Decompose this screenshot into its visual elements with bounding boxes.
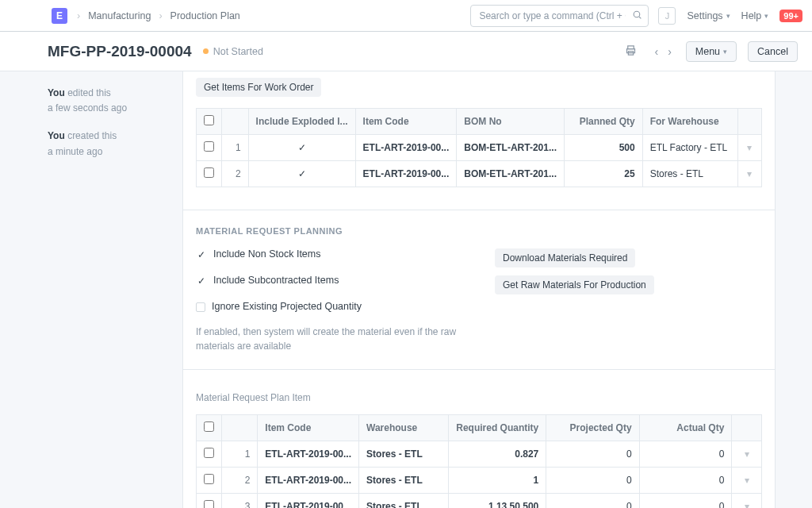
- col-required-qty[interactable]: Required Quantity: [449, 414, 546, 441]
- projected-qty-cell[interactable]: 0: [546, 441, 639, 467]
- planned-qty-cell[interactable]: 500: [564, 135, 642, 161]
- bom-no-cell[interactable]: BOM-ETL-ART-201...: [457, 161, 565, 187]
- timeline-entry: You created this a minute ago: [48, 129, 173, 159]
- item-code-cell[interactable]: ETL-ART-2019-00...: [258, 441, 359, 467]
- warehouse-cell[interactable]: Stores - ETL: [642, 161, 737, 187]
- col-planned-qty[interactable]: Planned Qty: [564, 109, 642, 135]
- chevron-right-icon: ›: [159, 10, 162, 21]
- row-checkbox[interactable]: [204, 474, 214, 484]
- required-qty-cell[interactable]: 1,13,50,500: [449, 493, 546, 508]
- item-code-cell[interactable]: ETL-ART-2019-00...: [355, 161, 457, 187]
- row-checkbox[interactable]: [204, 141, 214, 152]
- row-menu-icon[interactable]: ▾: [732, 441, 762, 467]
- svg-point-0: [634, 11, 641, 17]
- caret-down-icon: ▾: [723, 48, 727, 56]
- row-index: 2: [222, 161, 249, 187]
- caret-down-icon: ▾: [726, 12, 730, 20]
- work-order-items-table: Include Exploded I... Item Code BOM No P…: [196, 108, 762, 187]
- next-icon[interactable]: ›: [665, 42, 675, 61]
- settings-menu[interactable]: Settings▾: [687, 10, 730, 21]
- table-row[interactable]: 1ETL-ART-2019-00...Stores - ETL0.82700▾: [197, 441, 762, 467]
- warehouse-cell[interactable]: Stores - ETL: [359, 441, 449, 467]
- get-raw-materials-button[interactable]: Get Raw Materials For Production: [495, 275, 654, 294]
- col-bom-no[interactable]: BOM No: [457, 109, 565, 135]
- select-all-checkbox[interactable]: [204, 421, 214, 432]
- menu-button[interactable]: Menu▾: [686, 41, 737, 62]
- include-exploded-cell[interactable]: ✓: [248, 161, 355, 187]
- select-all-checkbox[interactable]: [204, 115, 214, 125]
- material-request-plan-item-heading: Material Request Plan Item: [196, 392, 762, 403]
- opt-ignore-projected-qty[interactable]: Ignore Existing Projected Quantity: [196, 301, 463, 312]
- chevron-right-icon: ›: [77, 10, 80, 21]
- get-items-button[interactable]: Get Items For Work Order: [196, 78, 321, 97]
- form-main: Get Items For Work Order Include Explode…: [182, 71, 776, 508]
- material-request-planning-section: MATERIAL REQUEST PLANNING ✓ Include Non …: [183, 210, 775, 370]
- table-row[interactable]: 2ETL-ART-2019-00...Stores - ETL100▾: [197, 467, 762, 493]
- row-menu-icon[interactable]: ▾: [732, 467, 762, 493]
- page-title: MFG-PP-2019-00004: [48, 43, 192, 60]
- row-index: 2: [222, 467, 258, 493]
- table-row[interactable]: 1✓ETL-ART-2019-00...BOM-ETL-ART-201...50…: [197, 135, 762, 161]
- help-menu[interactable]: Help▾: [741, 10, 769, 21]
- item-code-cell[interactable]: ETL-ART-2019-00...: [258, 493, 359, 508]
- col-include-exploded[interactable]: Include Exploded I...: [248, 109, 355, 135]
- warehouse-cell[interactable]: ETL Factory - ETL: [642, 135, 737, 161]
- row-menu-icon[interactable]: ▾: [732, 493, 762, 508]
- crumb-production-plan[interactable]: Production Plan: [170, 10, 240, 21]
- checkbox-empty-icon: [196, 302, 205, 312]
- row-checkbox[interactable]: [204, 500, 214, 508]
- bom-no-cell[interactable]: BOM-ETL-ART-201...: [457, 135, 565, 161]
- timeline-entry: You edited this a few seconds ago: [48, 86, 173, 116]
- status-dot-icon: [203, 48, 209, 54]
- projected-qty-cell[interactable]: 0: [546, 493, 639, 508]
- required-qty-cell[interactable]: 0.827: [449, 441, 546, 467]
- include-exploded-cell[interactable]: ✓: [248, 135, 355, 161]
- item-code-cell[interactable]: ETL-ART-2019-00...: [355, 135, 457, 161]
- material-request-plan-item-table: Item Code Warehouse Required Quantity Pr…: [196, 414, 762, 508]
- check-icon: ✓: [196, 248, 207, 262]
- opt-include-non-stock[interactable]: ✓ Include Non Stock Items: [196, 248, 463, 262]
- search-input[interactable]: [470, 5, 649, 27]
- warehouse-cell[interactable]: Stores - ETL: [359, 467, 449, 493]
- required-qty-cell[interactable]: 1: [449, 467, 546, 493]
- warehouse-cell[interactable]: Stores - ETL: [359, 493, 449, 508]
- row-index: 1: [222, 135, 249, 161]
- row-checkbox[interactable]: [204, 167, 214, 178]
- actual-qty-cell[interactable]: 0: [639, 467, 732, 493]
- col-item-code[interactable]: Item Code: [258, 414, 359, 441]
- navbar: E › Manufacturing › Production Plan J Se…: [0, 0, 812, 32]
- download-materials-button[interactable]: Download Materials Required: [495, 248, 635, 267]
- status-text: Not Started: [213, 46, 263, 57]
- section-heading: MATERIAL REQUEST PLANNING: [196, 226, 762, 236]
- row-index: 3: [222, 493, 258, 508]
- actual-qty-cell[interactable]: 0: [639, 441, 732, 467]
- col-item-code[interactable]: Item Code: [355, 109, 457, 135]
- crumb-manufacturing[interactable]: Manufacturing: [88, 10, 151, 21]
- caret-down-icon: ▾: [764, 12, 768, 20]
- avatar[interactable]: J: [658, 7, 676, 25]
- actual-qty-cell[interactable]: 0: [639, 493, 732, 508]
- breadcrumb: › Manufacturing › Production Plan: [77, 10, 461, 21]
- brand-logo[interactable]: E: [52, 8, 67, 24]
- opt-include-subcontracted[interactable]: ✓ Include Subcontracted Items: [196, 275, 463, 288]
- user-block: J Settings▾ Help▾ 99+: [658, 7, 802, 25]
- row-index: 1: [222, 441, 258, 467]
- col-warehouse[interactable]: Warehouse: [359, 414, 449, 441]
- print-icon[interactable]: [622, 41, 640, 62]
- col-actual-qty[interactable]: Actual Qty: [639, 414, 732, 441]
- row-menu-icon[interactable]: ▾: [737, 135, 761, 161]
- row-checkbox[interactable]: [204, 448, 214, 458]
- row-menu-icon[interactable]: ▾: [737, 161, 761, 187]
- item-code-cell[interactable]: ETL-ART-2019-00...: [258, 467, 359, 493]
- notifications-badge[interactable]: 99+: [779, 10, 802, 22]
- check-icon: ✓: [196, 275, 207, 288]
- cancel-button[interactable]: Cancel: [748, 41, 798, 62]
- projected-qty-cell[interactable]: 0: [546, 467, 639, 493]
- planned-qty-cell[interactable]: 25: [564, 161, 642, 187]
- col-projected-qty[interactable]: Projected Qty: [546, 414, 639, 441]
- table-row[interactable]: 2✓ETL-ART-2019-00...BOM-ETL-ART-201...25…: [197, 161, 762, 187]
- svg-line-1: [639, 17, 641, 18]
- col-for-warehouse[interactable]: For Warehouse: [642, 109, 737, 135]
- prev-icon[interactable]: ‹: [651, 42, 661, 61]
- table-row[interactable]: 3ETL-ART-2019-00...Stores - ETL1,13,50,5…: [197, 493, 762, 508]
